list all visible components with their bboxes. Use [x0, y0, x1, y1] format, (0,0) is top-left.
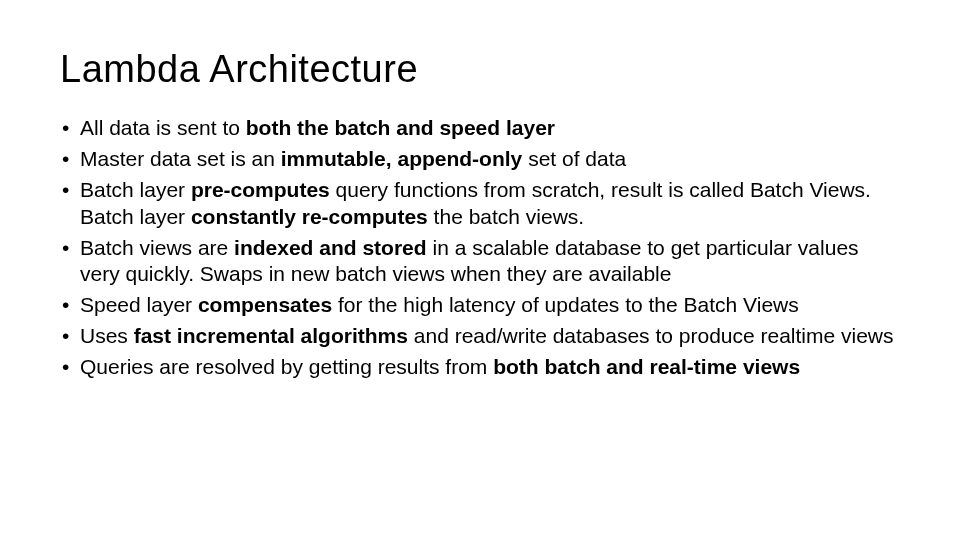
bullet-item: Batch layer pre-computes query functions… — [60, 177, 900, 231]
slide-title: Lambda Architecture — [60, 48, 900, 91]
bullet-item: All data is sent to both the batch and s… — [60, 115, 900, 142]
bold-text: fast incremental algorithms — [134, 324, 408, 347]
bold-text: immutable, append-only — [281, 147, 523, 170]
bullet-item: Speed layer compensates for the high lat… — [60, 292, 900, 319]
bullet-item: Uses fast incremental algorithms and rea… — [60, 323, 900, 350]
bullet-item: Queries are resolved by getting results … — [60, 354, 900, 381]
bold-text: both batch and real-time views — [493, 355, 800, 378]
bullet-item: Batch views are indexed and stored in a … — [60, 235, 900, 289]
bullet-item: Master data set is an immutable, append-… — [60, 146, 900, 173]
bold-text: pre-computes — [191, 178, 330, 201]
bold-text: indexed and stored — [234, 236, 427, 259]
bold-text: compensates — [198, 293, 332, 316]
bold-text: both the batch and speed layer — [246, 116, 555, 139]
bold-text: constantly re-computes — [191, 205, 428, 228]
bullet-list: All data is sent to both the batch and s… — [60, 115, 900, 381]
